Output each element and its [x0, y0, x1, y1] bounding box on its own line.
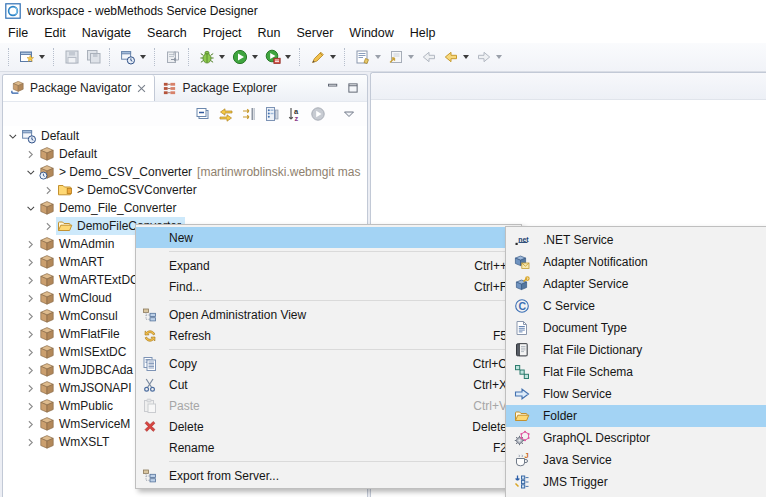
- tree-item-label: WmConsul: [59, 309, 118, 323]
- expand-arrow-icon[interactable]: [23, 291, 38, 306]
- submenu-item-c-service[interactable]: C C Service: [506, 295, 766, 317]
- submenu-item-flat-file-schema[interactable]: Flat File Schema: [506, 361, 766, 383]
- expand-arrow-icon[interactable]: [23, 147, 38, 162]
- menu-project[interactable]: Project: [195, 24, 250, 42]
- menu-item-open-administration-view[interactable]: Open Administration View: [136, 304, 521, 325]
- menu-edit[interactable]: Edit: [36, 24, 74, 42]
- submenu-item-graphql-descriptor[interactable]: GraphQL Descriptor: [506, 427, 766, 449]
- submenu-item-dotnet-service[interactable]: net .NET Service: [506, 229, 766, 251]
- link-with-editor-icon[interactable]: [218, 106, 234, 122]
- run-view-icon[interactable]: [310, 106, 326, 122]
- marker-dropdown[interactable]: [330, 55, 336, 59]
- expand-arrow-icon[interactable]: [23, 345, 38, 360]
- server-icon: [21, 128, 37, 144]
- tree-item-demo-csv-folder[interactable]: > DemoCSVConverter: [3, 181, 367, 199]
- expand-arrow-icon[interactable]: [41, 183, 56, 198]
- task-list-dropdown[interactable]: [375, 55, 381, 59]
- submenu-item-document-type[interactable]: Document Type: [506, 317, 766, 339]
- debug-dropdown[interactable]: [219, 55, 225, 59]
- submenu-item-java-service[interactable]: J Java Service: [506, 449, 766, 471]
- collapse-all-icon[interactable]: [195, 106, 211, 122]
- back-dropdown[interactable]: [463, 55, 469, 59]
- menu-item-rename[interactable]: Rename F2: [136, 437, 521, 458]
- save-all-button[interactable]: [83, 46, 105, 68]
- menu-item-expand[interactable]: Expand Ctrl++: [136, 255, 521, 276]
- document-type-icon: [506, 320, 538, 336]
- sync-publish-button[interactable]: [162, 46, 184, 68]
- marker-button[interactable]: [307, 46, 329, 68]
- save-button[interactable]: [61, 46, 83, 68]
- menu-server[interactable]: Server: [289, 24, 342, 42]
- collapse-arrow-icon[interactable]: [23, 165, 38, 180]
- package-icon: [39, 362, 55, 378]
- tree-item-label: WmCloud: [59, 291, 112, 305]
- new-wizard-dropdown[interactable]: [39, 55, 45, 59]
- tab-package-navigator[interactable]: Package Navigator: [3, 75, 155, 101]
- submenu-item-folder[interactable]: Folder: [506, 405, 766, 427]
- forward-button[interactable]: [473, 46, 495, 68]
- view-menu-icon[interactable]: [341, 106, 357, 122]
- run-service-dropdown[interactable]: [285, 55, 291, 59]
- tree-item-demo-csv-converter[interactable]: > Demo_CSV_Converter [martinwroblinski.w…: [3, 163, 367, 181]
- package-explorer-icon: [162, 81, 177, 96]
- collapse-arrow-icon[interactable]: [23, 201, 38, 216]
- expand-arrow-icon[interactable]: [23, 327, 38, 342]
- menu-item-new[interactable]: New: [136, 227, 521, 248]
- menu-search[interactable]: Search: [139, 24, 195, 42]
- toolbar-separator: [188, 48, 192, 66]
- submenu-item-adapter-service[interactable]: Adapter Service: [506, 273, 766, 295]
- menu-item-refresh[interactable]: Refresh F5: [136, 325, 521, 346]
- debug-button[interactable]: [196, 46, 218, 68]
- forward-dropdown[interactable]: [496, 55, 502, 59]
- expand-arrow-icon[interactable]: [23, 417, 38, 432]
- back-button[interactable]: [440, 46, 462, 68]
- task-list-button[interactable]: [352, 46, 374, 68]
- run-button[interactable]: [229, 46, 251, 68]
- tab-package-explorer[interactable]: Package Explorer: [155, 75, 284, 101]
- new-server-definition-button[interactable]: [117, 46, 139, 68]
- tree-item-demo-file-converter[interactable]: Demo_File_Converter: [3, 199, 367, 217]
- menu-item-cut[interactable]: Cut Ctrl+X: [136, 374, 521, 395]
- last-edit-location-button[interactable]: [385, 46, 407, 68]
- expand-arrow-icon[interactable]: [23, 237, 38, 252]
- tree-item-default-package[interactable]: Default: [3, 145, 367, 163]
- expand-arrow-icon[interactable]: [23, 381, 38, 396]
- menu-file[interactable]: File: [0, 24, 36, 42]
- sync-with-editor-icon[interactable]: [241, 106, 257, 122]
- menu-run[interactable]: Run: [250, 24, 289, 42]
- menu-window[interactable]: Window: [341, 24, 401, 42]
- menu-item-export-from-server[interactable]: Export from Server...: [136, 465, 521, 486]
- tree-item-default-server[interactable]: Default: [3, 127, 367, 145]
- server-definition-dropdown[interactable]: [140, 55, 146, 59]
- back-disabled-button[interactable]: [418, 46, 440, 68]
- sort-alphabetically-icon[interactable]: az: [287, 106, 303, 122]
- expand-arrow-icon[interactable]: [23, 435, 38, 450]
- minimize-icon[interactable]: [327, 82, 339, 94]
- expand-arrow-icon[interactable]: [23, 363, 38, 378]
- menu-help[interactable]: Help: [402, 24, 444, 42]
- menu-item-delete[interactable]: Delete Delete: [136, 416, 521, 437]
- expand-arrow-icon[interactable]: [23, 399, 38, 414]
- menu-navigate[interactable]: Navigate: [74, 24, 139, 42]
- run-service-button[interactable]: [262, 46, 284, 68]
- expand-arrow-icon[interactable]: [23, 273, 38, 288]
- run-dropdown[interactable]: [252, 55, 258, 59]
- submenu-item-jms-trigger[interactable]: JMS Trigger: [506, 471, 766, 493]
- new-wizard-button[interactable]: [16, 46, 38, 68]
- maximize-icon[interactable]: [347, 82, 359, 94]
- expand-arrow-icon[interactable]: [41, 219, 56, 234]
- submenu-item-flat-file-dictionary[interactable]: Flat File Dictionary: [506, 339, 766, 361]
- submenu-item-partial[interactable]: [506, 493, 766, 497]
- new-submenu: net .NET Service Adapter Notification Ad…: [505, 226, 766, 497]
- last-edit-dropdown[interactable]: [408, 55, 414, 59]
- close-icon[interactable]: [136, 83, 147, 94]
- submenu-item-adapter-notification[interactable]: Adapter Notification: [506, 251, 766, 273]
- collapse-arrow-icon[interactable]: [5, 129, 20, 144]
- submenu-item-flow-service[interactable]: Flow Service: [506, 383, 766, 405]
- menu-separator: [169, 349, 518, 350]
- expand-arrow-icon[interactable]: [23, 309, 38, 324]
- show-details-icon[interactable]: [264, 106, 280, 122]
- menu-item-copy[interactable]: Copy Ctrl+C: [136, 353, 521, 374]
- expand-arrow-icon[interactable]: [23, 255, 38, 270]
- menu-item-find[interactable]: Find... Ctrl+F: [136, 276, 521, 297]
